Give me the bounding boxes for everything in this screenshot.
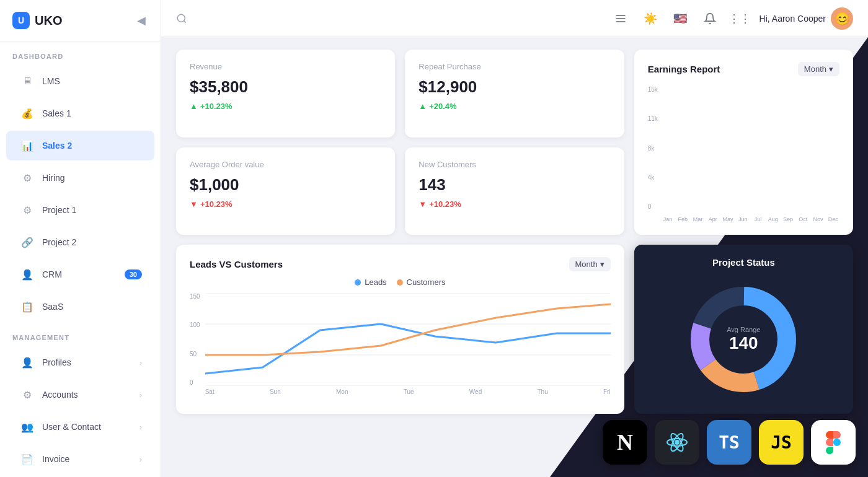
chevron-icon: › [140, 422, 142, 432]
chevron-icon: › [140, 390, 142, 400]
menu-icon[interactable] [611, 9, 631, 28]
nextjs-icon: N [603, 420, 647, 465]
svg-point-13 [675, 440, 680, 445]
sidebar-item-label: CRM [42, 269, 62, 279]
sidebar-item-label: Hiring [42, 173, 65, 183]
sidebar-logo: U UKO ◀ [0, 0, 161, 42]
sidebar: U UKO ◀ DASHBOARD 🖥 LMS 💰 Sales 1 📊 Sale… [0, 0, 161, 477]
sidebar-item-project1[interactable]: ⚙ Project 1 [6, 195, 154, 225]
chevron-icon: › [140, 358, 142, 367]
project-status-title: Project Status [648, 257, 839, 268]
sidebar-item-label: SaaS [42, 302, 63, 312]
collapse-button[interactable]: ◀ [135, 11, 148, 30]
sales2-icon: 📊 [19, 137, 36, 154]
avg-range-label: Avg Range [727, 326, 760, 333]
react-icon [655, 420, 699, 465]
sidebar-item-label: Project 1 [42, 205, 76, 215]
earnings-title: Earnings Report [648, 64, 720, 74]
profiles-icon: 👤 [19, 354, 36, 371]
app-name: UKO [35, 14, 62, 28]
avg-range-value: 140 [727, 333, 760, 353]
saas-icon: 📋 [19, 298, 36, 315]
project-status-card: Project Status [634, 245, 853, 414]
line-chart-wrapper: 0 50 100 150 [190, 293, 611, 398]
revenue-change: ▲ +10.23% [190, 102, 381, 111]
new-customers-label: New Customers [418, 160, 610, 169]
tech-icons-row: N TS JS [603, 420, 856, 465]
x-labels: Jan Feb Mar Apr May Jun Jul Aug Sep Oct … [662, 216, 839, 222]
bars-container [662, 86, 839, 214]
sidebar-item-crm[interactable]: 👤 CRM 30 [6, 260, 154, 289]
line-chart-area: Sat Sun Mon Tue Wed Thu Fri [205, 293, 611, 398]
react-logo-svg [665, 430, 689, 455]
bar-chart-wrapper: 0 4k 8k 11k 15k [648, 86, 839, 222]
search-icon [176, 13, 187, 24]
header-actions: ☀️ 🇺🇸 ⋮⋮ Hi, Aaron Cooper 😊 [611, 7, 853, 30]
apps-icon[interactable]: ⋮⋮ [730, 9, 750, 28]
avg-order-value: $1,000 [190, 175, 381, 195]
customers-legend-item: Customers [397, 278, 446, 287]
lms-icon: 🖥 [19, 72, 36, 90]
sidebar-item-label: Sales 1 [42, 108, 71, 118]
sales1-icon: 💰 [19, 105, 36, 122]
repeat-change: ▲ +20.4% [418, 102, 610, 111]
x-label: Fri [603, 388, 611, 395]
leads-legend-item: Leads [355, 278, 386, 287]
user-avatar: 😊 [831, 7, 853, 30]
notifications-icon[interactable] [700, 9, 720, 28]
x-label: May [722, 216, 734, 222]
avg-order-label: Average Order value [190, 160, 381, 169]
sidebar-item-sales2[interactable]: 📊 Sales 2 [6, 131, 154, 160]
customers-dot [397, 279, 403, 286]
new-customers-card: New Customers 143 ▼ +10.23% [405, 147, 624, 235]
chevron-down-icon: ▾ [600, 260, 604, 269]
y-label-0: 0 [648, 203, 658, 210]
up-arrow-icon: ▲ [418, 102, 427, 111]
y-label-15k: 15k [648, 86, 658, 93]
customers-legend-label: Customers [407, 278, 446, 287]
down-arrow-icon: ▼ [418, 199, 427, 209]
repeat-purchase-card: Repeat Purchase $12,900 ▲ +20.4% [405, 50, 624, 138]
sidebar-item-saas[interactable]: 📋 SaaS [6, 292, 154, 322]
donut-label: Avg Range 140 [727, 326, 760, 353]
content-area: Revenue $35,800 ▲ +10.23% Repeat Purchas… [161, 37, 868, 477]
sidebar-item-user-contact[interactable]: 👥 User & Contact › [6, 412, 154, 442]
x-label: Sun [270, 388, 281, 395]
sidebar-item-lms[interactable]: 🖥 LMS [6, 66, 154, 96]
revenue-label: Revenue [190, 62, 381, 71]
figma-icon [811, 420, 856, 465]
management-section-label: MANAGEMENT [0, 323, 161, 346]
sidebar-item-project2[interactable]: 🔗 Project 2 [6, 227, 154, 257]
user-menu[interactable]: Hi, Aaron Cooper 😊 [760, 7, 853, 30]
x-label: Wed [469, 388, 482, 395]
project1-icon: ⚙ [19, 201, 36, 219]
leads-month-filter[interactable]: Month ▾ [569, 257, 611, 271]
sidebar-item-profiles[interactable]: 👤 Profiles › [6, 348, 154, 377]
chevron-down-icon: ▾ [829, 64, 833, 74]
sidebar-item-invoice[interactable]: 📄 Invoice › [6, 444, 154, 474]
language-icon[interactable]: 🇺🇸 [670, 9, 690, 28]
sidebar-item-hiring[interactable]: ⚙ Hiring [6, 163, 154, 193]
crm-icon: 👤 [19, 266, 36, 283]
avg-order-change: ▼ +10.23% [190, 199, 381, 209]
x-label: Mon [336, 388, 348, 395]
x-label: Aug [767, 216, 779, 222]
x-label: Jun [737, 216, 749, 222]
sidebar-item-accounts[interactable]: ⚙ Accounts › [6, 380, 154, 409]
hiring-icon: ⚙ [19, 169, 36, 186]
earnings-header: Earnings Report Month ▾ [648, 62, 839, 76]
javascript-icon: JS [759, 420, 804, 465]
sidebar-item-label: Sales 2 [42, 141, 72, 151]
leads-chart-card: Leads VS Customers Month ▾ Leads Custome… [176, 245, 624, 414]
sidebar-item-sales1[interactable]: 💰 Sales 1 [6, 98, 154, 128]
x-labels-leads: Sat Sun Mon Tue Wed Thu Fri [205, 388, 611, 395]
chart-legend: Leads Customers [190, 278, 611, 287]
user-greeting: Hi, Aaron Cooper [760, 14, 826, 24]
figma-logo-svg [821, 430, 846, 455]
y-label-4k: 4k [648, 174, 658, 181]
theme-toggle[interactable]: ☀️ [640, 9, 660, 28]
y-label: 50 [190, 351, 200, 357]
x-label: Sat [205, 388, 215, 395]
sidebar-item-label: Invoice [42, 454, 69, 464]
earnings-month-filter[interactable]: Month ▾ [798, 62, 839, 76]
